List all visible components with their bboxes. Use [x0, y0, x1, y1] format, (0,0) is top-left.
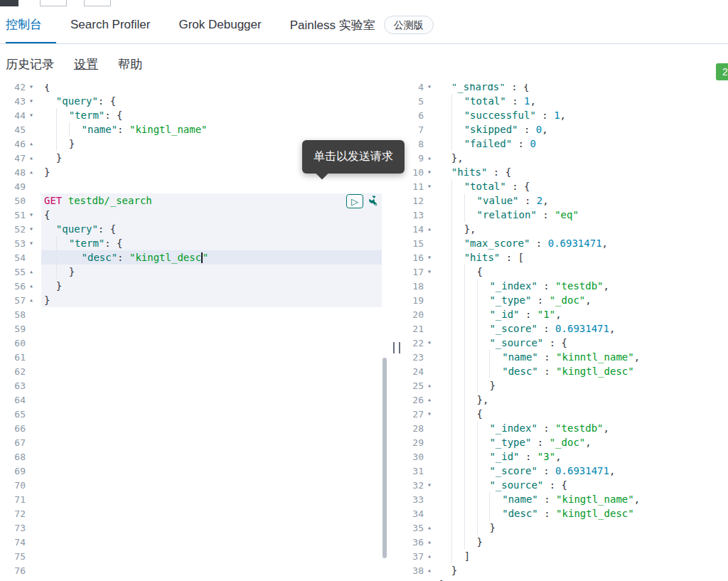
fold-toggle-icon[interactable]: ▴	[424, 577, 435, 581]
code-line[interactable]	[44, 563, 208, 577]
code-line[interactable]	[44, 478, 208, 492]
fold-toggle-icon[interactable]: ▾	[424, 179, 435, 193]
fold-toggle-icon[interactable]: ▾	[26, 208, 37, 222]
code-line[interactable]	[44, 378, 208, 393]
fold-toggle-icon[interactable]: ▴	[26, 293, 37, 307]
fold-toggle-icon[interactable]: ▴	[26, 137, 37, 151]
code-line[interactable]	[44, 492, 208, 506]
code-line[interactable]: "_score" : 0.6931471,	[439, 464, 640, 478]
left-code[interactable]: {"query": {"term": {"name": "kingtl_name…	[44, 84, 208, 581]
code-line[interactable]: }	[439, 521, 640, 535]
fold-toggle-icon[interactable]: ▴	[424, 151, 435, 165]
right-code[interactable]: "_shards" : {"total" : 1,"successful" : …	[439, 84, 640, 581]
code-line[interactable]: "name" : "kingtl_name",	[439, 492, 640, 506]
left-scrollbar-thumb[interactable]	[382, 358, 387, 558]
code-line[interactable]: {	[44, 84, 208, 94]
fold-toggle-icon[interactable]: ▾	[424, 165, 435, 179]
code-line[interactable]: "max_score" : 0.6931471,	[439, 236, 640, 250]
code-line[interactable]	[44, 179, 208, 193]
code-line[interactable]: "_shards" : {	[439, 84, 640, 94]
code-line[interactable]: "_type" : "_doc",	[439, 293, 640, 307]
code-line[interactable]	[44, 549, 208, 563]
fold-toggle-icon[interactable]: ▴	[424, 563, 435, 577]
code-line[interactable]: "name" : "kinntl_name",	[439, 350, 640, 364]
code-line[interactable]: },	[439, 222, 640, 236]
code-line[interactable]: "value" : 2,	[439, 193, 640, 208]
code-line[interactable]	[44, 577, 208, 581]
code-line[interactable]: "_id" : "3",	[439, 449, 640, 464]
code-line[interactable]: "total" : {	[439, 179, 640, 193]
fold-toggle-icon[interactable]: ▴	[26, 151, 37, 165]
code-line[interactable]: "hits" : {	[439, 165, 640, 179]
code-line[interactable]: "_score" : 0.6931471,	[439, 321, 640, 336]
fold-toggle-icon[interactable]: ▾	[26, 236, 37, 250]
fold-toggle-icon[interactable]: ▾	[26, 94, 37, 108]
response-editor-panel[interactable]: 4▾56789▴10▾11▾121314▴1516▾17▾1819202122▾…	[404, 84, 728, 581]
code-line[interactable]	[44, 435, 208, 449]
code-line[interactable]: }	[44, 137, 208, 151]
code-line[interactable]	[44, 506, 208, 521]
code-line[interactable]: "_index" : "testdb",	[439, 279, 640, 293]
fold-toggle-icon[interactable]: ▾	[424, 84, 435, 94]
code-line[interactable]: "query": {	[44, 94, 208, 108]
code-line[interactable]: "query": {	[44, 222, 208, 236]
code-line[interactable]: "term": {	[44, 108, 208, 122]
code-line[interactable]: "desc" : "kingtl_desc"	[439, 364, 640, 378]
fold-toggle-icon[interactable]: ▴	[424, 378, 435, 393]
code-line[interactable]: }	[44, 293, 208, 307]
code-line[interactable]: "_source" : {	[439, 478, 640, 492]
code-line[interactable]: {	[439, 265, 640, 279]
code-line[interactable]: "_type" : "_doc",	[439, 435, 640, 449]
code-line[interactable]: "name": "kingtl_name"	[44, 122, 208, 137]
code-line[interactable]	[44, 407, 208, 421]
code-line[interactable]	[44, 535, 208, 549]
menu-help[interactable]: 帮助	[118, 56, 142, 73]
code-line[interactable]: GET testdb/_search	[44, 193, 208, 208]
code-line[interactable]: {	[439, 407, 640, 421]
code-line[interactable]: "_source" : {	[439, 336, 640, 350]
fold-toggle-icon[interactable]: ▴	[424, 535, 435, 549]
code-line[interactable]: "_id" : "1",	[439, 307, 640, 321]
code-line[interactable]: }	[439, 577, 640, 581]
code-line[interactable]	[44, 307, 208, 321]
code-line[interactable]: "desc": "kingtl_desc"	[44, 250, 208, 265]
code-line[interactable]: "successful" : 1,	[439, 108, 640, 122]
code-line[interactable]: },	[439, 393, 640, 407]
code-line[interactable]	[44, 393, 208, 407]
code-line[interactable]: "relation" : "eq"	[439, 208, 640, 222]
code-line[interactable]: "_index" : "testdb",	[439, 421, 640, 435]
tab-grok-debugger[interactable]: Grok Debugger	[164, 6, 275, 43]
code-line[interactable]	[44, 336, 208, 350]
fold-toggle-icon[interactable]: ▴	[26, 279, 37, 293]
tab-console[interactable]: 控制台	[6, 6, 56, 43]
menu-settings[interactable]: 设置	[74, 56, 98, 73]
fold-toggle-icon[interactable]: ▴	[26, 165, 37, 179]
wrench-icon[interactable]	[365, 195, 378, 208]
code-line[interactable]: "term": {	[44, 236, 208, 250]
code-line[interactable]	[44, 321, 208, 336]
code-line[interactable]: }	[439, 563, 640, 577]
code-line[interactable]: "desc" : "kingtl_desc"	[439, 506, 640, 521]
fold-toggle-icon[interactable]: ▾	[424, 336, 435, 350]
code-line[interactable]	[44, 350, 208, 364]
code-line[interactable]: }	[44, 279, 208, 293]
send-request-button[interactable]: ▷	[346, 194, 363, 208]
code-line[interactable]: "total" : 1,	[439, 94, 640, 108]
fold-toggle-icon[interactable]: ▴	[424, 521, 435, 535]
code-line[interactable]	[44, 464, 208, 478]
panel-resize-handle[interactable]	[393, 342, 400, 353]
fold-toggle-icon[interactable]: ▴	[424, 393, 435, 407]
code-line[interactable]: }	[439, 535, 640, 549]
code-line[interactable]: }	[44, 151, 208, 165]
code-line[interactable]: "failed" : 0	[439, 137, 640, 151]
fold-toggle-icon[interactable]: ▾	[424, 407, 435, 421]
menu-history[interactable]: 历史记录	[6, 56, 54, 73]
tab-search-profiler[interactable]: Search Profiler	[56, 6, 164, 43]
fold-toggle-icon[interactable]: ▾	[424, 265, 435, 279]
fold-toggle-icon[interactable]: ▾	[26, 222, 37, 236]
code-line[interactable]	[44, 521, 208, 535]
code-line[interactable]	[44, 449, 208, 464]
code-line[interactable]: {	[44, 208, 208, 222]
tab-painless-lab[interactable]: Painless 实验室 公测版	[276, 6, 448, 43]
fold-toggle-icon[interactable]: ▾	[26, 84, 37, 94]
